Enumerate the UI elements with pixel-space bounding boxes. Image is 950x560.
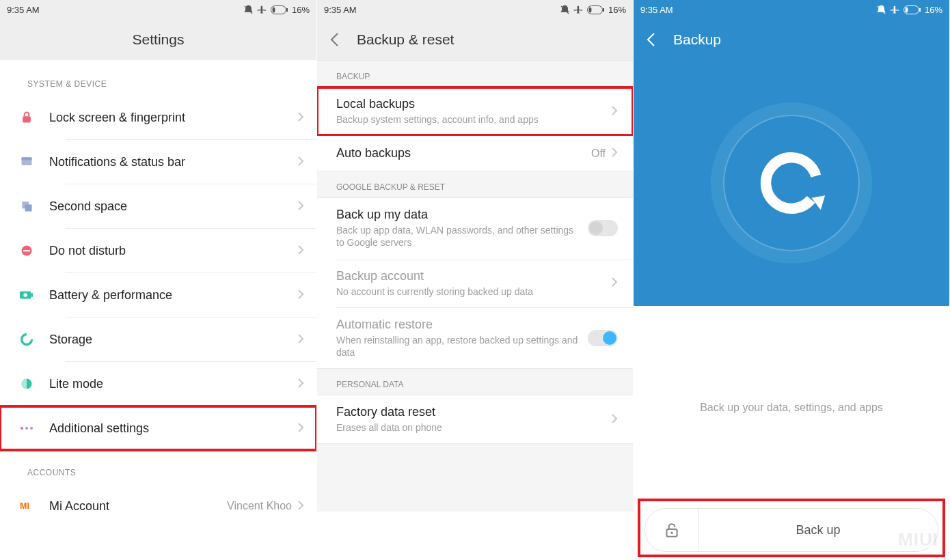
backup-hero-ring — [723, 115, 860, 251]
section-header: ACCOUNTS — [0, 458, 316, 484]
back-button[interactable] — [646, 19, 655, 60]
mute-icon — [243, 5, 254, 15]
svg-rect-21 — [603, 8, 604, 12]
status-time: 9:35 AM — [324, 5, 357, 15]
svg-point-17 — [30, 427, 33, 430]
dnd-icon — [19, 243, 49, 258]
status-bar: 9:35 AM 16% — [0, 0, 316, 19]
row-label: Additional settings — [49, 421, 297, 436]
svg-rect-9 — [23, 250, 30, 251]
row-label: Storage — [49, 333, 297, 347]
back-button[interactable] — [329, 19, 339, 60]
settings-row-notif[interactable]: Notifications & status bar — [0, 140, 316, 184]
status-bar: 9:35 AM 16% — [634, 0, 949, 19]
settings-row-battery[interactable]: Battery & performance — [0, 273, 316, 317]
row-auto[interactable]: Auto backupsOff — [317, 136, 633, 171]
screen-backup: 9:35 AM 16% Backup — [633, 0, 949, 560]
svg-point-25 — [755, 147, 827, 219]
settings-row-dnd[interactable]: Do not disturb — [0, 229, 316, 272]
svg-point-15 — [21, 427, 23, 430]
svg-rect-24 — [919, 8, 921, 12]
status-bar: 9:35 AM 16% — [317, 0, 633, 19]
battery-text: 16% — [292, 5, 310, 15]
page-title: Backup & reset — [357, 31, 454, 48]
battery-icon — [19, 288, 49, 303]
lock-icon — [19, 110, 49, 125]
page-title: Settings — [133, 31, 185, 48]
row-label: Lock screen & fingerprint — [49, 111, 297, 125]
chevron-right-icon — [611, 275, 618, 291]
settings-row-lock[interactable]: Lock screen & fingerprint — [0, 96, 316, 139]
lite-mode-icon — [19, 376, 49, 391]
row-subtitle: When reinstalling an app, restore backed… — [336, 334, 581, 359]
settings-row-second[interactable]: Second space — [0, 184, 316, 228]
svg-rect-11 — [31, 293, 33, 297]
status-time: 9:35 AM — [7, 5, 40, 15]
airplane-icon — [257, 5, 267, 15]
screen-backup-reset: 9:35 AM 16% Backup & reset BACKUPLocal b… — [316, 0, 633, 560]
settings-row-mi[interactable]: MIMi AccountVincent Khoo — [0, 484, 316, 528]
mute-icon — [876, 5, 886, 15]
row-label: Battery & performance — [49, 288, 297, 303]
second-space-icon — [19, 199, 49, 214]
row-factory[interactable]: Factory data resetErases all data on pho… — [317, 395, 633, 443]
backup-button[interactable]: Back up — [698, 523, 938, 537]
status-right: 16% — [243, 5, 310, 15]
section-header: SYSTEM & DEVICE — [0, 70, 316, 96]
chevron-left-icon — [646, 32, 655, 47]
screen-settings: 9:35 AM 16% Settings SYSTEM & DEVICELock… — [0, 0, 316, 560]
mi-icon: MI — [19, 499, 49, 514]
section-header: GOOGLE BACKUP & RESET — [317, 171, 633, 198]
toggle-autorest — [588, 330, 618, 346]
backup-description: Back up your data, settings, and apps — [634, 402, 949, 414]
airplane-icon — [573, 5, 584, 15]
battery-text: 16% — [925, 5, 942, 15]
svg-rect-3 — [23, 116, 31, 122]
battery-icon — [587, 5, 605, 14]
battery-text: 16% — [608, 5, 626, 15]
svg-rect-5 — [22, 157, 32, 160]
row-gback[interactable]: Back up my dataBack up app data, WLAN pa… — [317, 198, 633, 258]
battery-icon — [904, 5, 921, 14]
chevron-right-icon — [297, 376, 304, 392]
svg-point-16 — [25, 427, 28, 430]
settings-row-lite[interactable]: Lite mode — [0, 362, 316, 406]
row-value: Off — [591, 148, 606, 160]
row-subtitle: Backup system settings, account info, an… — [336, 113, 604, 126]
storage-icon — [19, 332, 49, 347]
row-value: Vincent Khoo — [227, 500, 292, 512]
chevron-right-icon — [297, 332, 304, 348]
settings-row-storage[interactable]: Storage — [0, 318, 316, 361]
toggle-gback[interactable] — [588, 220, 618, 236]
chevron-left-icon — [329, 32, 339, 47]
row-label: Notifications & status bar — [49, 155, 297, 169]
chevron-right-icon — [297, 421, 304, 436]
svg-point-28 — [670, 532, 673, 534]
svg-point-12 — [23, 293, 27, 297]
chevron-right-icon — [297, 499, 304, 514]
row-title: Automatic restore — [336, 318, 581, 332]
svg-rect-7 — [25, 205, 32, 212]
chevron-right-icon — [297, 199, 304, 214]
chevron-right-icon — [611, 412, 618, 428]
row-title: Backup account — [336, 269, 604, 283]
chevron-right-icon — [297, 110, 304, 126]
notification-icon — [19, 154, 49, 169]
svg-rect-20 — [588, 7, 591, 12]
header-settings: Settings — [0, 19, 316, 60]
row-subtitle: Back up app data, WLAN passwords, and ot… — [336, 224, 581, 249]
header-backup-reset: Backup & reset — [317, 19, 633, 60]
row-label: Second space — [49, 199, 297, 214]
unlock-icon — [663, 521, 681, 539]
settings-row-addl[interactable]: Additional settings — [0, 406, 316, 450]
row-title: Factory data reset — [336, 405, 604, 419]
row-local[interactable]: Local backupsBackup system settings, acc… — [317, 87, 633, 135]
row-label: Do not disturb — [49, 244, 297, 258]
header-backup: Backup — [634, 19, 949, 60]
unlock-button[interactable] — [645, 509, 698, 551]
svg-rect-23 — [905, 7, 908, 12]
section-header: BACKUP — [317, 60, 633, 87]
row-title: Local backups — [336, 97, 604, 111]
row-autorest: Automatic restoreWhen reinstalling an ap… — [317, 308, 633, 368]
battery-icon — [271, 5, 288, 14]
